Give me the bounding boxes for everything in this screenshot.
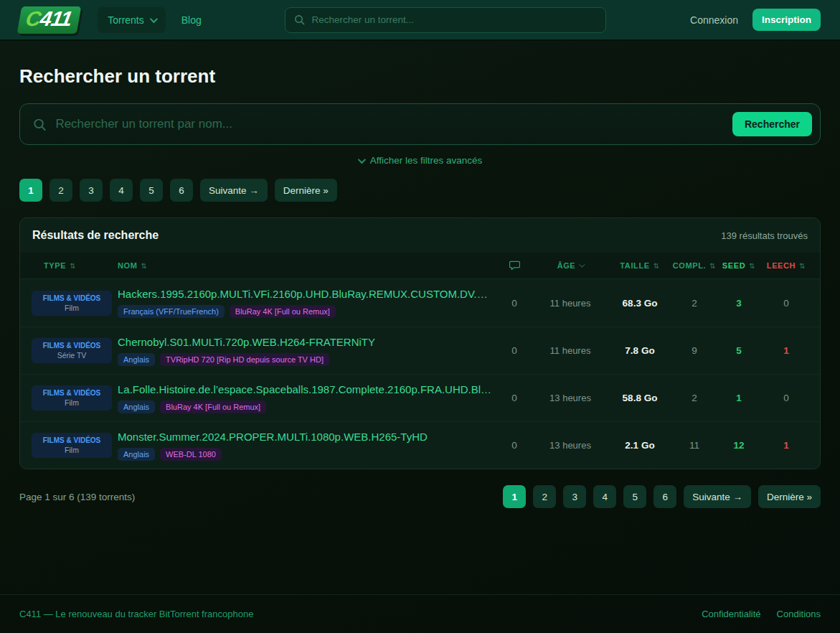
- pagination-page-2[interactable]: 2: [533, 485, 556, 508]
- tag-list: AnglaisWEB-DL 1080: [118, 448, 493, 461]
- category-badge[interactable]: FILMS & VIDÉOS Film: [32, 385, 112, 411]
- navbar-search-input[interactable]: [311, 14, 597, 25]
- logo-number: 411: [38, 7, 73, 30]
- pagination-page-5[interactable]: 5: [623, 485, 646, 508]
- completed-count: 2: [675, 298, 714, 309]
- tag-language[interactable]: Anglais: [118, 448, 155, 461]
- pagination-page-4[interactable]: 4: [593, 485, 616, 508]
- pagination-next-button[interactable]: Suivante →: [684, 485, 751, 508]
- logo[interactable]: C411: [17, 6, 82, 34]
- torrent-search-input[interactable]: [55, 117, 712, 131]
- search-submit-button[interactable]: Rechercher: [732, 112, 812, 136]
- category-label: FILMS & VIDÉOS: [36, 389, 108, 397]
- search-icon: [33, 118, 46, 131]
- column-label-size: TAILLE: [620, 261, 649, 270]
- pagination-next-button[interactable]: Suivante →: [200, 179, 268, 202]
- column-header-size[interactable]: TAILLE ⇅: [610, 261, 669, 270]
- comments-count: 0: [499, 393, 530, 403]
- age-value: 11 heures: [536, 345, 605, 356]
- pagination-page-3[interactable]: 3: [80, 179, 103, 202]
- sort-icon: ⇅: [799, 262, 806, 270]
- column-label-age: ÂGE: [557, 261, 576, 270]
- terms-link[interactable]: Conditions: [777, 609, 821, 619]
- pagination-page-3[interactable]: 3: [563, 485, 586, 508]
- tag-quality[interactable]: WEB-DL 1080: [160, 448, 222, 461]
- subcategory-label: Film: [36, 446, 108, 454]
- pagination-page-1[interactable]: 1: [503, 485, 526, 508]
- size-value: 68.3 Go: [610, 298, 669, 309]
- torrent-title-link[interactable]: Hackers.1995.2160p.MULTi.VFi.2160p.UHD.B…: [118, 288, 493, 300]
- results-title: Résultats de recherche: [32, 229, 159, 242]
- pagination-bottom: 123456 Suivante → Dernière »: [503, 485, 821, 508]
- category-label: FILMS & VIDÉOS: [36, 436, 108, 444]
- column-header-age[interactable]: ÂGE: [536, 261, 605, 270]
- tag-list: AnglaisBluRay 4K [Full ou Remux]: [118, 400, 493, 413]
- subcategory-label: Film: [36, 398, 108, 407]
- pagination-page-1[interactable]: 1: [19, 179, 42, 202]
- category-badge[interactable]: FILMS & VIDÉOS Film: [32, 433, 112, 458]
- tag-language[interactable]: Français (VFF/TrueFrench): [118, 305, 225, 318]
- signup-button[interactable]: Inscription: [752, 9, 821, 31]
- navbar-search: [285, 7, 606, 33]
- privacy-link[interactable]: Confidentialité: [702, 609, 760, 619]
- tag-quality[interactable]: TVRipHD 720 [Rip HD depuis source TV HD]: [160, 353, 329, 366]
- pagination-top: 123456 Suivante → Dernière »: [19, 179, 821, 202]
- seed-count: 5: [719, 345, 758, 356]
- pagination-last-button[interactable]: Dernière »: [758, 485, 821, 508]
- column-header-name[interactable]: NOM ⇅: [118, 261, 493, 270]
- torrent-title-link[interactable]: Monster.Summer.2024.PROPER.MULTi.1080p.W…: [118, 431, 493, 443]
- footer: C411 — Le renouveau du tracker BitTorren…: [0, 594, 840, 633]
- table-row: FILMS & VIDÉOS Film La.Folle.Histoire.de…: [20, 374, 820, 421]
- nav-torrents-menu[interactable]: Torrents: [98, 7, 166, 33]
- column-label-leech: LEECH: [767, 261, 796, 270]
- nav-torrents-label: Torrents: [108, 14, 144, 26]
- column-label-completed: COMPL.: [673, 261, 706, 270]
- age-value: 13 heures: [536, 393, 605, 403]
- chevron-down-icon: [357, 155, 365, 163]
- tag-language[interactable]: Anglais: [118, 400, 155, 413]
- pagination-page-6[interactable]: 6: [653, 485, 676, 508]
- pagination-page-6[interactable]: 6: [170, 179, 193, 202]
- comments-count: 0: [499, 298, 530, 309]
- torrent-search-panel: Rechercher: [19, 103, 821, 145]
- sort-icon: ⇅: [709, 262, 716, 270]
- subcategory-label: Film: [36, 304, 108, 312]
- table-row: FILMS & VIDÉOS Film Hackers.1995.2160p.M…: [20, 279, 820, 327]
- tag-quality[interactable]: BluRay 4K [Full ou Remux]: [230, 305, 336, 318]
- tag-language[interactable]: Anglais: [118, 353, 155, 366]
- category-label: FILMS & VIDÉOS: [36, 342, 108, 350]
- bottom-bar: Page 1 sur 6 (139 torrents) 123456 Suiva…: [19, 485, 821, 508]
- completed-count: 11: [675, 440, 714, 451]
- column-header-seed[interactable]: SEED ⇅: [719, 261, 758, 270]
- leech-count: 0: [764, 298, 808, 309]
- pagination-page-4[interactable]: 4: [110, 179, 133, 202]
- name-cell: Chernobyl.S01.MULTi.720p.WEB.H264-FRATER…: [118, 336, 493, 366]
- leech-count: 1: [764, 345, 808, 356]
- column-header-comments: [499, 261, 530, 271]
- chevron-down-icon: [579, 261, 585, 267]
- page-summary: Page 1 sur 6 (139 torrents): [19, 492, 135, 502]
- navbar: C411 Torrents Blog Connexion Inscription: [0, 0, 840, 41]
- column-label-name: NOM: [118, 261, 137, 270]
- pagination-page-5[interactable]: 5: [140, 179, 163, 202]
- torrent-title-link[interactable]: La.Folle.Histoire.de.l’espace.Spaceballs…: [118, 383, 493, 395]
- login-link[interactable]: Connexion: [690, 14, 738, 26]
- tag-list: Français (VFF/TrueFrench)BluRay 4K [Full…: [118, 305, 493, 318]
- column-header-completed[interactable]: COMPL. ⇅: [675, 261, 714, 270]
- category-badge[interactable]: FILMS & VIDÉOS Film: [32, 291, 112, 316]
- pagination-last-button[interactable]: Dernière »: [275, 179, 337, 202]
- column-header-type[interactable]: TYPE ⇅: [32, 261, 112, 270]
- column-header-leech[interactable]: LEECH ⇅: [764, 261, 808, 270]
- pagination-page-2[interactable]: 2: [49, 179, 72, 202]
- column-label-seed: SEED: [722, 261, 745, 270]
- sort-icon: ⇅: [70, 262, 76, 270]
- advanced-filters-toggle[interactable]: Afficher les filtres avancés: [19, 155, 821, 166]
- tag-quality[interactable]: BluRay 4K [Full ou Remux]: [160, 400, 266, 413]
- nav-blog-link[interactable]: Blog: [181, 14, 202, 26]
- table-row: FILMS & VIDÉOS Série TV Chernobyl.S01.MU…: [20, 327, 820, 374]
- category-badge[interactable]: FILMS & VIDÉOS Série TV: [32, 338, 112, 363]
- sort-icon: ⇅: [141, 262, 147, 270]
- seed-count: 1: [719, 393, 758, 403]
- size-value: 7.8 Go: [610, 345, 669, 356]
- torrent-title-link[interactable]: Chernobyl.S01.MULTi.720p.WEB.H264-FRATER…: [118, 336, 493, 348]
